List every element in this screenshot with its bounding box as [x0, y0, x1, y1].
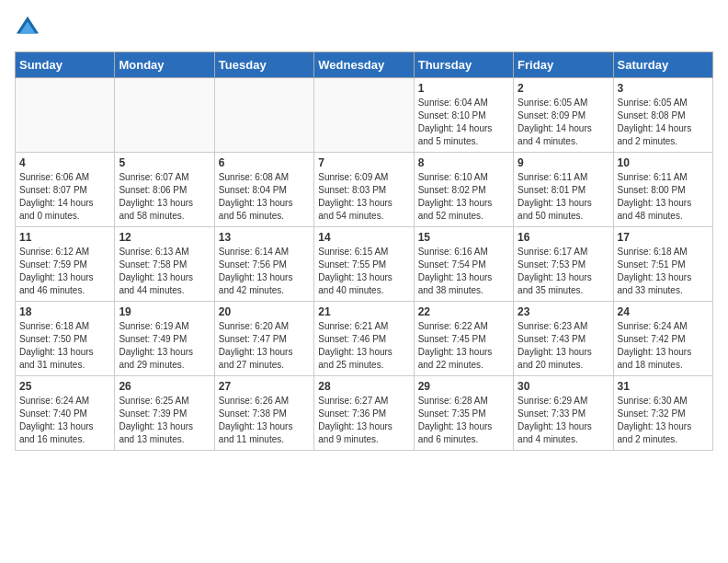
calendar-week-row: 25Sunrise: 6:24 AM Sunset: 7:40 PM Dayli… — [16, 376, 713, 451]
day-info: Sunrise: 6:14 AM Sunset: 7:56 PM Dayligh… — [219, 246, 310, 297]
calendar-cell: 12Sunrise: 6:13 AM Sunset: 7:58 PM Dayli… — [115, 227, 214, 302]
calendar-cell: 7Sunrise: 6:09 AM Sunset: 8:03 PM Daylig… — [314, 153, 414, 227]
calendar-cell: 26Sunrise: 6:25 AM Sunset: 7:39 PM Dayli… — [115, 376, 214, 451]
day-number: 11 — [19, 231, 110, 244]
day-info: Sunrise: 6:09 AM Sunset: 8:03 PM Dayligh… — [318, 171, 409, 223]
calendar-cell: 16Sunrise: 6:17 AM Sunset: 7:53 PM Dayli… — [514, 227, 613, 302]
calendar-cell: 1Sunrise: 6:04 AM Sunset: 8:10 PM Daylig… — [414, 78, 513, 153]
day-number: 16 — [518, 231, 609, 244]
day-info: Sunrise: 6:27 AM Sunset: 7:36 PM Dayligh… — [318, 395, 409, 446]
day-info: Sunrise: 6:07 AM Sunset: 8:06 PM Dayligh… — [119, 171, 210, 223]
day-info: Sunrise: 6:22 AM Sunset: 7:45 PM Dayligh… — [418, 320, 509, 372]
day-number: 20 — [219, 305, 310, 318]
day-number: 31 — [618, 380, 709, 393]
calendar-cell: 25Sunrise: 6:24 AM Sunset: 7:40 PM Dayli… — [16, 376, 115, 451]
day-info: Sunrise: 6:30 AM Sunset: 7:32 PM Dayligh… — [618, 395, 709, 446]
calendar-cell — [115, 78, 214, 153]
day-number: 30 — [518, 380, 609, 393]
calendar-cell: 5Sunrise: 6:07 AM Sunset: 8:06 PM Daylig… — [115, 153, 214, 227]
day-info: Sunrise: 6:10 AM Sunset: 8:02 PM Dayligh… — [418, 171, 509, 223]
calendar-cell: 22Sunrise: 6:22 AM Sunset: 7:45 PM Dayli… — [414, 302, 513, 376]
calendar-week-row: 1Sunrise: 6:04 AM Sunset: 8:10 PM Daylig… — [16, 78, 713, 153]
day-info: Sunrise: 6:11 AM Sunset: 8:00 PM Dayligh… — [618, 171, 709, 223]
day-number: 15 — [418, 231, 509, 244]
day-info: Sunrise: 6:18 AM Sunset: 7:50 PM Dayligh… — [19, 320, 110, 372]
calendar-cell: 14Sunrise: 6:15 AM Sunset: 7:55 PM Dayli… — [314, 227, 414, 302]
day-of-week-header: Saturday — [613, 52, 712, 78]
day-number: 2 — [518, 82, 609, 95]
day-info: Sunrise: 6:24 AM Sunset: 7:42 PM Dayligh… — [618, 320, 709, 372]
calendar-week-row: 4Sunrise: 6:06 AM Sunset: 8:07 PM Daylig… — [16, 153, 713, 227]
day-info: Sunrise: 6:19 AM Sunset: 7:49 PM Dayligh… — [119, 320, 210, 372]
day-of-week-header: Wednesday — [314, 52, 414, 78]
day-info: Sunrise: 6:24 AM Sunset: 7:40 PM Dayligh… — [19, 395, 110, 446]
calendar-cell: 17Sunrise: 6:18 AM Sunset: 7:51 PM Dayli… — [613, 227, 712, 302]
calendar-cell: 31Sunrise: 6:30 AM Sunset: 7:32 PM Dayli… — [613, 376, 712, 451]
day-info: Sunrise: 6:05 AM Sunset: 8:08 PM Dayligh… — [618, 97, 709, 148]
calendar-cell: 20Sunrise: 6:20 AM Sunset: 7:47 PM Dayli… — [214, 302, 313, 376]
day-number: 9 — [518, 156, 609, 169]
day-number: 5 — [119, 156, 210, 169]
calendar-cell: 13Sunrise: 6:14 AM Sunset: 7:56 PM Dayli… — [214, 227, 313, 302]
day-info: Sunrise: 6:13 AM Sunset: 7:58 PM Dayligh… — [119, 246, 210, 297]
day-number: 6 — [219, 156, 310, 169]
day-number: 12 — [119, 231, 210, 244]
logo — [15, 15, 44, 40]
calendar-week-row: 18Sunrise: 6:18 AM Sunset: 7:50 PM Dayli… — [16, 302, 713, 376]
day-number: 28 — [318, 380, 409, 393]
calendar-table: SundayMondayTuesdayWednesdayThursdayFrid… — [15, 52, 713, 451]
day-info: Sunrise: 6:26 AM Sunset: 7:38 PM Dayligh… — [219, 395, 310, 446]
day-of-week-header: Sunday — [16, 52, 115, 78]
day-number: 24 — [618, 305, 709, 318]
day-info: Sunrise: 6:28 AM Sunset: 7:35 PM Dayligh… — [418, 395, 509, 446]
day-number: 14 — [318, 231, 409, 244]
calendar-cell: 4Sunrise: 6:06 AM Sunset: 8:07 PM Daylig… — [16, 153, 115, 227]
logo-icon — [15, 15, 40, 40]
calendar-week-row: 11Sunrise: 6:12 AM Sunset: 7:59 PM Dayli… — [16, 227, 713, 302]
day-of-week-header: Friday — [514, 52, 613, 78]
calendar-cell: 28Sunrise: 6:27 AM Sunset: 7:36 PM Dayli… — [314, 376, 414, 451]
day-number: 10 — [618, 156, 709, 169]
day-number: 17 — [618, 231, 709, 244]
day-number: 26 — [119, 380, 210, 393]
calendar-cell: 18Sunrise: 6:18 AM Sunset: 7:50 PM Dayli… — [16, 302, 115, 376]
day-info: Sunrise: 6:11 AM Sunset: 8:01 PM Dayligh… — [518, 171, 609, 223]
day-of-week-header: Thursday — [414, 52, 513, 78]
day-number: 1 — [418, 82, 509, 95]
calendar-cell: 8Sunrise: 6:10 AM Sunset: 8:02 PM Daylig… — [414, 153, 513, 227]
calendar-cell: 2Sunrise: 6:05 AM Sunset: 8:09 PM Daylig… — [514, 78, 613, 153]
calendar-cell: 29Sunrise: 6:28 AM Sunset: 7:35 PM Dayli… — [414, 376, 513, 451]
calendar-cell: 21Sunrise: 6:21 AM Sunset: 7:46 PM Dayli… — [314, 302, 414, 376]
day-info: Sunrise: 6:06 AM Sunset: 8:07 PM Dayligh… — [19, 171, 110, 223]
day-info: Sunrise: 6:16 AM Sunset: 7:54 PM Dayligh… — [418, 246, 509, 297]
calendar-cell: 15Sunrise: 6:16 AM Sunset: 7:54 PM Dayli… — [414, 227, 513, 302]
day-info: Sunrise: 6:04 AM Sunset: 8:10 PM Dayligh… — [418, 97, 509, 148]
day-info: Sunrise: 6:05 AM Sunset: 8:09 PM Dayligh… — [518, 97, 609, 148]
page-header — [15, 15, 713, 40]
day-number: 7 — [318, 156, 409, 169]
calendar-cell — [214, 78, 313, 153]
day-info: Sunrise: 6:23 AM Sunset: 7:43 PM Dayligh… — [518, 320, 609, 372]
day-number: 8 — [418, 156, 509, 169]
day-info: Sunrise: 6:25 AM Sunset: 7:39 PM Dayligh… — [119, 395, 210, 446]
day-of-week-header: Monday — [115, 52, 214, 78]
day-info: Sunrise: 6:20 AM Sunset: 7:47 PM Dayligh… — [219, 320, 310, 372]
calendar-cell: 23Sunrise: 6:23 AM Sunset: 7:43 PM Dayli… — [514, 302, 613, 376]
calendar-cell: 11Sunrise: 6:12 AM Sunset: 7:59 PM Dayli… — [16, 227, 115, 302]
calendar-cell: 27Sunrise: 6:26 AM Sunset: 7:38 PM Dayli… — [214, 376, 313, 451]
day-number: 21 — [318, 305, 409, 318]
calendar-cell: 10Sunrise: 6:11 AM Sunset: 8:00 PM Dayli… — [613, 153, 712, 227]
day-info: Sunrise: 6:12 AM Sunset: 7:59 PM Dayligh… — [19, 246, 110, 297]
day-number: 3 — [618, 82, 709, 95]
day-number: 18 — [19, 305, 110, 318]
day-info: Sunrise: 6:29 AM Sunset: 7:33 PM Dayligh… — [518, 395, 609, 446]
calendar-cell: 9Sunrise: 6:11 AM Sunset: 8:01 PM Daylig… — [514, 153, 613, 227]
calendar-cell — [314, 78, 414, 153]
day-number: 4 — [19, 156, 110, 169]
day-info: Sunrise: 6:17 AM Sunset: 7:53 PM Dayligh… — [518, 246, 609, 297]
day-info: Sunrise: 6:15 AM Sunset: 7:55 PM Dayligh… — [318, 246, 409, 297]
day-number: 13 — [219, 231, 310, 244]
day-number: 25 — [19, 380, 110, 393]
day-number: 29 — [418, 380, 509, 393]
calendar-cell: 24Sunrise: 6:24 AM Sunset: 7:42 PM Dayli… — [613, 302, 712, 376]
